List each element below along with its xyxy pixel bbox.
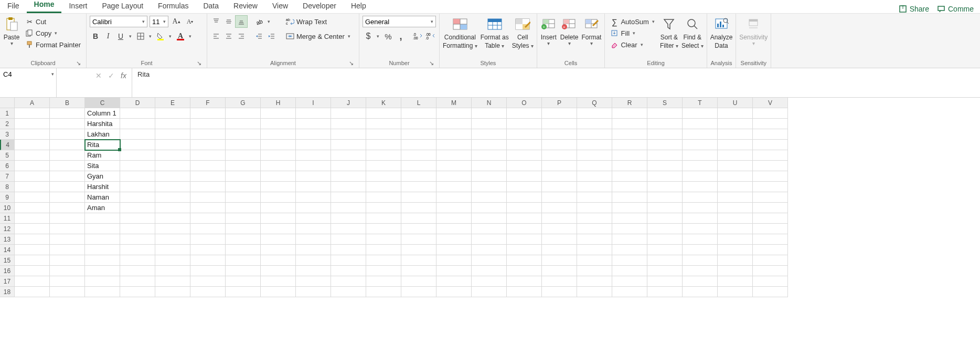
cell[interactable] [120, 266, 155, 276]
cell[interactable] [120, 171, 155, 182]
cell[interactable] [577, 276, 612, 287]
cell[interactable] [366, 192, 401, 203]
cell[interactable] [15, 287, 50, 297]
cell[interactable] [753, 161, 788, 171]
increase-font-icon[interactable]: A▴ [171, 16, 182, 27]
column-header[interactable]: P [542, 98, 577, 108]
cell[interactable] [155, 119, 190, 129]
cell[interactable] [507, 255, 542, 266]
tab-file[interactable]: File [0, 0, 27, 13]
cell[interactable] [85, 287, 120, 297]
cell[interactable] [718, 129, 753, 140]
cell[interactable] [436, 255, 472, 266]
cell[interactable] [366, 287, 401, 297]
cell[interactable] [226, 266, 261, 276]
cell[interactable] [718, 245, 753, 255]
column-header[interactable]: Q [577, 98, 612, 108]
column-header[interactable]: N [472, 98, 507, 108]
row-header[interactable]: 15 [0, 255, 15, 266]
row-header[interactable]: 7 [0, 171, 15, 182]
cell[interactable] [331, 266, 366, 276]
insert-cells-button[interactable]: + Insert▾ [540, 16, 557, 45]
tab-insert[interactable]: Insert [61, 0, 94, 13]
cell[interactable] [436, 192, 472, 203]
cell[interactable] [296, 287, 331, 297]
cell[interactable] [718, 140, 753, 150]
cell[interactable] [366, 129, 401, 140]
decrease-font-icon[interactable]: A▾ [184, 16, 196, 27]
cell[interactable] [436, 203, 472, 213]
cell[interactable] [436, 234, 472, 245]
delete-cells-button[interactable]: × Delete▾ [560, 16, 579, 45]
cell[interactable] [155, 182, 190, 192]
cell[interactable] [190, 161, 226, 171]
column-header[interactable]: S [647, 98, 683, 108]
cell[interactable] [683, 161, 718, 171]
cell[interactable] [366, 119, 401, 129]
cell[interactable] [120, 108, 155, 119]
align-bottom-icon[interactable] [236, 16, 247, 27]
cell[interactable] [296, 255, 331, 266]
cell[interactable] [507, 140, 542, 150]
cell[interactable] [85, 245, 120, 255]
cell[interactable] [718, 119, 753, 129]
column-header[interactable]: O [507, 98, 542, 108]
cell[interactable] [331, 245, 366, 255]
cell[interactable] [190, 255, 226, 266]
cell[interactable] [331, 224, 366, 234]
cell[interactable] [226, 276, 261, 287]
cell[interactable] [612, 182, 647, 192]
cell[interactable] [190, 276, 226, 287]
sort-filter-button[interactable]: Sort & Filter ▾ [660, 16, 678, 49]
cell[interactable] [472, 129, 507, 140]
row-header[interactable]: 11 [0, 213, 15, 224]
cell[interactable] [366, 203, 401, 213]
cell[interactable]: Sita [85, 161, 120, 171]
cell[interactable] [542, 234, 577, 245]
cell[interactable] [261, 224, 296, 234]
cell[interactable] [190, 245, 226, 255]
cell[interactable] [155, 287, 190, 297]
cell[interactable] [85, 234, 120, 245]
analyze-data-button[interactable]: Analyze Data [710, 16, 733, 49]
cell[interactable] [401, 287, 436, 297]
cell[interactable] [472, 224, 507, 234]
cell[interactable] [683, 224, 718, 234]
format-painter-button[interactable]: Format Painter [23, 39, 83, 50]
cell[interactable] [120, 276, 155, 287]
cell[interactable] [15, 203, 50, 213]
cell[interactable] [190, 140, 226, 150]
cell[interactable] [753, 203, 788, 213]
cell[interactable] [542, 266, 577, 276]
cell[interactable]: Column 1 [85, 108, 120, 119]
cell[interactable] [401, 234, 436, 245]
cell[interactable] [436, 287, 472, 297]
cell[interactable] [120, 203, 155, 213]
percent-button[interactable]: % [382, 30, 394, 42]
column-header[interactable]: L [401, 98, 436, 108]
cell[interactable] [296, 203, 331, 213]
cell[interactable] [15, 119, 50, 129]
cell[interactable] [683, 255, 718, 266]
cell[interactable]: Harshita [85, 119, 120, 129]
cell[interactable] [507, 276, 542, 287]
cell[interactable] [261, 171, 296, 182]
cell[interactable] [507, 161, 542, 171]
cell[interactable] [542, 245, 577, 255]
cell[interactable] [155, 140, 190, 150]
cell[interactable] [331, 171, 366, 182]
cell[interactable] [683, 171, 718, 182]
cell[interactable] [542, 182, 577, 192]
row-header[interactable]: 5 [0, 150, 15, 161]
cell[interactable] [718, 255, 753, 266]
cell[interactable] [155, 245, 190, 255]
cell[interactable] [507, 192, 542, 203]
cell[interactable] [718, 276, 753, 287]
cell[interactable] [261, 255, 296, 266]
cell[interactable] [753, 287, 788, 297]
tab-formulas[interactable]: Formulas [151, 0, 196, 13]
cell[interactable] [226, 245, 261, 255]
formula-input[interactable]: Rita [132, 68, 980, 97]
cell[interactable]: Gyan [85, 171, 120, 182]
cell[interactable] [155, 161, 190, 171]
